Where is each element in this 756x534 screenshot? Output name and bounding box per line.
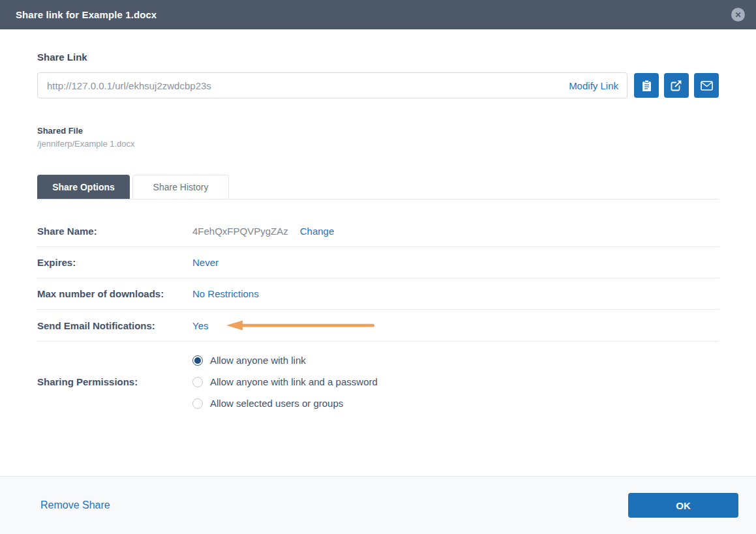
shared-file-path: /jenniferp/Example 1.docx <box>37 139 719 149</box>
email-notifications-value-link[interactable]: Yes <box>192 320 208 331</box>
radio-label: Allow anyone with link <box>210 355 306 366</box>
share-name-value: 4FehQxFPQVPygZAz <box>192 226 288 237</box>
share-name-label: Share Name: <box>37 226 192 237</box>
radio-allow-anyone-with-link[interactable]: Allow anyone with link <box>192 355 378 366</box>
modal-footer: Remove Share OK <box>0 476 756 534</box>
modal-title: Share link for Example 1.docx <box>16 9 157 20</box>
tab-share-history[interactable]: Share History <box>132 175 229 199</box>
sharing-permissions-row: Sharing Permissions: Allow anyone with l… <box>37 342 719 419</box>
share-name-row: Share Name: 4FehQxFPQVPygZAz Change <box>37 216 719 247</box>
radio-unselected-icon <box>192 377 203 387</box>
radio-label: Allow anyone with link and a password <box>210 376 378 387</box>
share-url-input[interactable] <box>37 72 627 98</box>
email-notifications-row: Send Email Notifications: Yes <box>37 310 719 342</box>
sharing-permissions-label: Sharing Permissions: <box>37 376 192 387</box>
modal-body: Share Link Modify Link <box>0 52 756 419</box>
share-options-panel: Share Name: 4FehQxFPQVPygZAz Change Expi… <box>37 216 719 419</box>
email-notifications-label: Send Email Notifications: <box>37 320 192 331</box>
ok-button[interactable]: OK <box>628 493 738 518</box>
clipboard-icon <box>641 80 652 92</box>
envelope-icon <box>701 81 713 91</box>
send-by-email-button[interactable] <box>694 73 719 98</box>
max-downloads-row: Max number of downloads: No Restrictions <box>37 278 719 310</box>
expires-value-link[interactable]: Never <box>192 257 219 268</box>
max-downloads-value-link[interactable]: No Restrictions <box>192 288 259 299</box>
max-downloads-label: Max number of downloads: <box>37 288 192 299</box>
close-icon[interactable]: ✕ <box>731 8 745 22</box>
open-in-new-window-button[interactable] <box>664 73 689 98</box>
change-share-name-link[interactable]: Change <box>300 226 335 237</box>
radio-allow-anyone-with-link-and-password[interactable]: Allow anyone with link and a password <box>192 376 378 387</box>
share-link-heading: Share Link <box>37 52 719 63</box>
modify-link-button[interactable]: Modify Link <box>569 80 618 91</box>
share-url-wrap: Modify Link <box>37 72 627 98</box>
radio-allow-selected-users-or-groups[interactable]: Allow selected users or groups <box>192 398 378 409</box>
sharing-permissions-radio-group: Allow anyone with link Allow anyone with… <box>192 355 378 409</box>
copy-to-clipboard-button[interactable] <box>634 73 659 98</box>
shared-file-block: Shared File /jenniferp/Example 1.docx <box>37 126 719 149</box>
expires-row: Expires: Never <box>37 247 719 278</box>
share-link-row: Modify Link <box>37 72 719 98</box>
radio-selected-icon <box>192 355 203 366</box>
remove-share-link[interactable]: Remove Share <box>40 499 110 511</box>
radio-unselected-icon <box>192 398 203 409</box>
highlight-arrow <box>226 319 375 331</box>
shared-file-heading: Shared File <box>37 126 719 136</box>
tab-share-options[interactable]: Share Options <box>37 175 130 199</box>
radio-label: Allow selected users or groups <box>210 398 343 409</box>
tab-bar: Share Options Share History <box>37 175 719 200</box>
expires-label: Expires: <box>37 257 192 268</box>
modal-header: Share link for Example 1.docx ✕ <box>0 0 756 29</box>
external-link-icon <box>671 80 682 91</box>
